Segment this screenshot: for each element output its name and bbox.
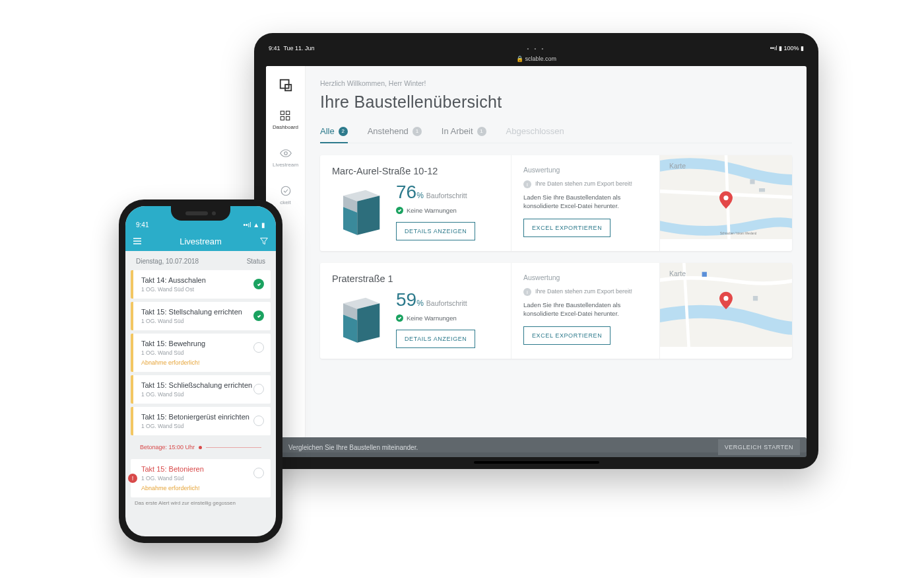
progress-value: 59 bbox=[396, 289, 416, 310]
svg-rect-5 bbox=[286, 117, 290, 120]
check-circle-icon bbox=[280, 185, 292, 197]
status-open-icon[interactable] bbox=[253, 468, 264, 478]
project-card: Marc-Aurel-Straße 10-12 76%Baufortschrit… bbox=[320, 155, 792, 251]
export-desc: Laden Sie Ihre Baustellendaten als konso… bbox=[523, 301, 647, 318]
eye-icon bbox=[280, 147, 292, 159]
task-list[interactable]: Takt 14: Ausschalen1 OG. Wand Süd Ost Ta… bbox=[125, 270, 276, 497]
svg-rect-3 bbox=[286, 111, 290, 114]
task-item[interactable]: Takt 15: Stellschalung errichten1 OG. Wa… bbox=[131, 302, 271, 330]
status-done-icon[interactable] bbox=[253, 279, 264, 289]
check-icon bbox=[396, 314, 403, 322]
svg-point-6 bbox=[284, 152, 287, 155]
task-title: Takt 15: Betonieren bbox=[141, 465, 253, 473]
tab-all[interactable]: Alle2 bbox=[320, 126, 348, 143]
phone-time: 9:41 bbox=[136, 221, 148, 229]
nav-item-3[interactable]: ckeit bbox=[280, 185, 292, 205]
project-name: Praterstraße 1 bbox=[332, 273, 499, 284]
status-done-icon[interactable] bbox=[253, 310, 264, 321]
tab-done[interactable]: Abgeschlossen bbox=[506, 126, 564, 143]
status-open-icon[interactable] bbox=[253, 342, 264, 353]
status-open-icon[interactable] bbox=[253, 384, 264, 394]
main-content: Herzlich Willkommen, Herr Winter! Ihre B… bbox=[306, 66, 807, 452]
divider-label: Betonage: 15:00 Uhr bbox=[140, 444, 195, 451]
task-sub: 1 OG. Wand Süd bbox=[141, 423, 253, 429]
details-button[interactable]: DETAILS ANZEIGEN bbox=[396, 222, 475, 240]
nav-dashboard[interactable]: Dashboard bbox=[273, 110, 298, 130]
tablet-date: Tue 11. Jun bbox=[283, 45, 314, 52]
phone-device: 9:41 ••ıl ▲ ▮ Livestream Dienstag, 10.07… bbox=[119, 199, 282, 543]
date-strip: Dienstag, 10.07.2018 Status bbox=[125, 251, 276, 270]
project-card: Praterstraße 1 59%Baufortschritt Keine W… bbox=[320, 263, 792, 359]
tab-progress[interactable]: In Arbeit1 bbox=[442, 126, 486, 143]
task-item[interactable]: Takt 15: Bewehrung1 OG. Wand SüdAbnahme … bbox=[131, 334, 271, 372]
eval-section-label: Auswertung bbox=[523, 166, 647, 174]
task-title: Takt 15: Schließschalung errichten bbox=[141, 381, 253, 389]
svg-rect-16 bbox=[759, 188, 765, 192]
svg-rect-15 bbox=[750, 179, 754, 184]
progress-label: Baufortschritt bbox=[426, 192, 467, 199]
info-icon: i bbox=[523, 180, 531, 188]
svg-marker-11 bbox=[357, 196, 380, 235]
details-button[interactable]: DETAILS ANZEIGEN bbox=[396, 330, 475, 348]
phone-header: Livestream bbox=[125, 231, 276, 251]
export-ready-msg: Ihre Daten stehen zum Export bereit! bbox=[535, 180, 632, 187]
time-divider: Betonage: 15:00 Uhr bbox=[131, 441, 271, 453]
progress-label: Baufortschritt bbox=[426, 299, 467, 307]
task-sub: 1 OG. Wand Süd bbox=[141, 318, 253, 324]
no-warning-label: Keine Warnungen bbox=[407, 207, 457, 214]
building-icon bbox=[332, 182, 388, 238]
tablet-screen: Dashboard Livestream ckeit Herzlich Will… bbox=[266, 66, 807, 452]
divider-line bbox=[206, 447, 261, 448]
date-label: Dienstag, 10.07.2018 bbox=[136, 258, 199, 265]
tablet-device: 9:41 Tue 11. Jun • • • ••ıl ▮ 100% ▮ 🔒 s… bbox=[254, 33, 818, 469]
footer-msg: Vergleichen Sie Ihre Baustellen miteinan… bbox=[288, 444, 418, 451]
check-icon bbox=[396, 207, 403, 214]
task-item[interactable]: Takt 15: Schließschalung errichten1 OG. … bbox=[131, 375, 271, 404]
task-title: Takt 15: Betoniergerüst einrichten bbox=[141, 413, 253, 421]
tab-all-badge: 2 bbox=[339, 127, 348, 136]
svg-point-17 bbox=[723, 196, 728, 200]
menu-icon[interactable] bbox=[132, 236, 143, 246]
tab-all-label: Alle bbox=[320, 126, 335, 136]
task-title: Takt 14: Ausschalen bbox=[141, 276, 253, 284]
tab-pending-badge: 1 bbox=[412, 127, 422, 136]
tab-progress-label: In Arbeit bbox=[442, 126, 473, 136]
eval-section-label: Auswertung bbox=[523, 273, 647, 281]
filter-icon[interactable] bbox=[259, 236, 269, 246]
nav-livestream-label: Livestream bbox=[273, 162, 298, 168]
alert-icon: ! bbox=[128, 474, 137, 483]
task-sub: 1 OG. Wand Süd bbox=[141, 391, 253, 398]
truncated-text: Das erste Alert wird zur einstellig gego… bbox=[125, 497, 276, 506]
nav-dashboard-label: Dashboard bbox=[273, 124, 298, 130]
task-item-alert[interactable]: ! Takt 15: Betonieren1 OG. Wand SüdAbnah… bbox=[131, 459, 271, 497]
task-warning: Abnahme erforderlich! bbox=[141, 359, 253, 366]
task-warning: Abnahme erforderlich! bbox=[141, 485, 253, 491]
phone-screen: 9:41 ••ıl ▲ ▮ Livestream Dienstag, 10.07… bbox=[125, 206, 276, 536]
app-logo-icon bbox=[279, 78, 293, 92]
export-button[interactable]: EXCEL EXPORTIEREN bbox=[523, 326, 610, 345]
task-sub: 1 OG. Wand Süd bbox=[141, 349, 253, 356]
svg-rect-24 bbox=[702, 272, 707, 277]
status-open-icon[interactable] bbox=[253, 415, 264, 426]
welcome-text: Herzlich Willkommen, Herr Winter! bbox=[320, 79, 792, 87]
task-item[interactable]: Takt 15: Betoniergerüst einrichten1 OG. … bbox=[131, 407, 271, 435]
task-title: Takt 15: Bewehrung bbox=[141, 340, 253, 347]
tab-pending[interactable]: Anstehend1 bbox=[368, 126, 422, 143]
tablet-time: 9:41 bbox=[269, 45, 280, 52]
footer-bar: Vergleichen Sie Ihre Baustellen miteinan… bbox=[266, 437, 807, 457]
tablet-battery: ••ıl ▮ 100% ▮ bbox=[770, 45, 804, 52]
phone-title: Livestream bbox=[180, 236, 222, 246]
nav-livestream[interactable]: Livestream bbox=[273, 147, 298, 168]
tab-progress-badge: 1 bbox=[477, 127, 486, 136]
compare-button[interactable]: VERGLEICH STARTEN bbox=[718, 439, 800, 455]
progress-pct-symbol: % bbox=[416, 299, 424, 308]
tablet-statusbar: 9:41 Tue 11. Jun • • • ••ıl ▮ 100% ▮ bbox=[266, 46, 807, 54]
task-sub: 1 OG. Wand Süd Ost bbox=[141, 286, 253, 293]
phone-status-icons: ••ıl ▲ ▮ bbox=[244, 221, 265, 229]
task-title: Takt 15: Stellschalung errichten bbox=[141, 308, 253, 316]
svg-rect-4 bbox=[281, 117, 284, 120]
export-button[interactable]: EXCEL EXPORTIEREN bbox=[523, 219, 610, 237]
home-indicator[interactable] bbox=[474, 461, 599, 464]
task-item[interactable]: Takt 14: Ausschalen1 OG. Wand Süd Ost bbox=[131, 270, 271, 299]
svg-point-26 bbox=[723, 296, 728, 301]
